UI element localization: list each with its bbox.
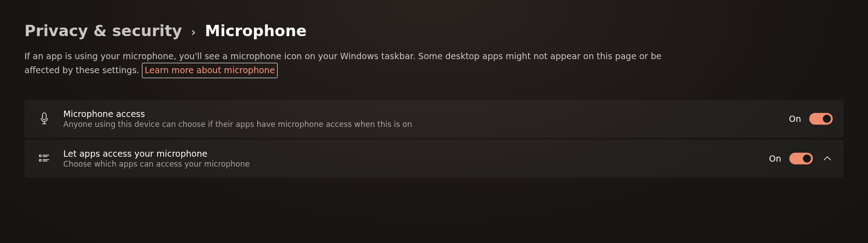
chevron-right-icon: › xyxy=(191,25,196,39)
setting-text-block: Let apps access your microphone Choose w… xyxy=(53,149,769,168)
microphone-access-toggle[interactable] xyxy=(809,113,833,125)
setting-title: Let apps access your microphone xyxy=(63,149,769,159)
setting-text-block: Microphone access Anyone using this devi… xyxy=(53,109,789,129)
svg-rect-3 xyxy=(39,155,41,157)
list-icon xyxy=(35,153,53,164)
breadcrumb: Privacy & security › Microphone xyxy=(24,22,844,40)
chevron-up-icon[interactable] xyxy=(822,156,833,161)
toggle-state-label: On xyxy=(769,154,781,164)
let-apps-access-toggle[interactable] xyxy=(789,153,813,164)
setting-title: Microphone access xyxy=(63,109,789,119)
description-text: If an app is using your microphone, you'… xyxy=(24,51,661,75)
toggle-knob xyxy=(823,115,831,123)
setting-microphone-access[interactable]: Microphone access Anyone using this devi… xyxy=(24,100,844,138)
setting-subtitle: Anyone using this device can choose if t… xyxy=(63,120,789,129)
setting-subtitle: Choose which apps can access your microp… xyxy=(63,159,769,168)
learn-more-link[interactable]: Learn more about microphone xyxy=(142,63,278,78)
settings-list: Microphone access Anyone using this devi… xyxy=(24,100,844,178)
svg-rect-6 xyxy=(39,159,41,161)
toggle-state-label: On xyxy=(789,114,801,124)
microphone-icon xyxy=(35,112,53,125)
setting-let-apps-access[interactable]: Let apps access your microphone Choose w… xyxy=(24,140,844,178)
breadcrumb-parent[interactable]: Privacy & security xyxy=(24,22,182,40)
svg-rect-0 xyxy=(42,113,46,120)
toggle-knob xyxy=(803,154,811,163)
page-title: Microphone xyxy=(205,22,307,40)
page-description: If an app is using your microphone, you'… xyxy=(24,50,684,78)
